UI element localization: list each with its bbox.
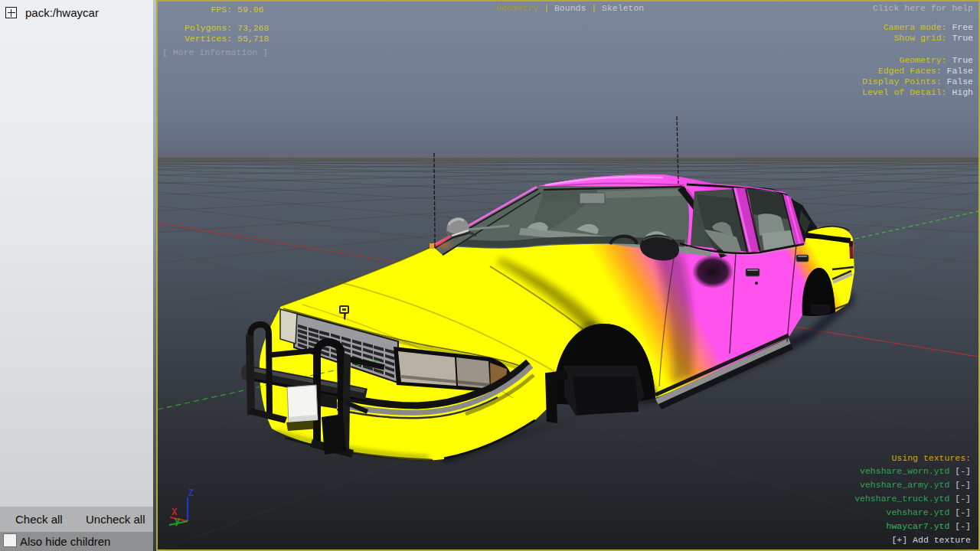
svg-text:y: y bbox=[175, 516, 180, 527]
svg-text:Z: Z bbox=[188, 488, 194, 499]
